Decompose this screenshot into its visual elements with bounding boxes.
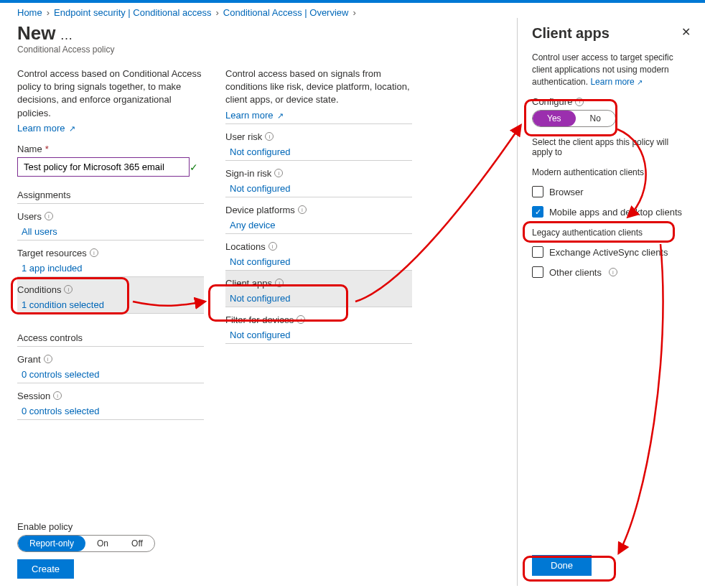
external-link-icon: ↗ [637,78,643,86]
page-title: New [17,22,55,45]
breadcrumb: Home› Endpoint security | Conditional ac… [0,3,705,18]
client-apps-row[interactable]: Client apps i Not configured [225,271,412,307]
breadcrumb-overview[interactable]: Conditional Access | Overview [223,7,349,18]
other-clients-checkbox-row[interactable]: Other clients i [532,266,691,278]
checkbox-icon[interactable] [532,246,543,258]
select-apps-text: Select the client apps this policy will … [532,137,691,157]
more-menu-icon[interactable]: … [55,28,73,43]
info-icon: i [274,169,283,177]
device-platforms-row[interactable]: Device platforms i Any device [225,197,412,234]
intro-text: Control access based on Conditional Acce… [17,67,204,120]
close-icon[interactable]: ✕ [681,25,691,39]
locations-row[interactable]: Locations i Not configured [225,234,412,271]
enable-policy-label: Enable policy [17,521,517,532]
configure-no[interactable]: No [576,111,615,126]
info-icon: i [44,355,52,363]
info-icon: i [53,391,62,400]
legacy-auth-label: Legacy authentication clients [532,228,691,238]
info-icon: i [90,248,98,257]
filter-devices-row[interactable]: Filter for devices i Not configured [225,307,412,344]
mobile-apps-checkbox-row[interactable]: Mobile apps and desktop clients [532,206,691,218]
modern-auth-label: Modern authentication clients [532,167,691,177]
session-row[interactable]: Session i 0 controls selected [17,383,204,420]
breadcrumb-endpoint[interactable]: Endpoint security | Conditional access [54,7,211,18]
report-only-option[interactable]: Report-only [18,536,85,551]
done-button[interactable]: Done [532,555,592,576]
info-icon: i [298,205,307,214]
learn-more-link-conditions[interactable]: Learn more ↗ [225,110,284,121]
browser-checkbox-row[interactable]: Browser [532,186,691,197]
page-subtitle: Conditional Access policy [17,45,503,55]
checkbox-icon[interactable] [532,266,543,278]
panel-learn-more[interactable]: Learn more ↗ [590,77,643,87]
enable-policy-toggle[interactable]: Report-only On Off [17,535,155,552]
assignments-header: Assignments [17,190,204,204]
conditions-row[interactable]: Conditions i 1 condition selected [17,277,204,314]
checkbox-icon[interactable] [532,186,543,197]
info-icon: i [45,212,53,220]
configure-toggle[interactable]: Yes No [532,110,616,127]
info-icon: i [275,279,284,287]
name-label: Name [17,144,42,154]
user-risk-row[interactable]: User risk i Not configured [225,124,412,161]
name-input[interactable] [17,157,190,177]
users-row[interactable]: Users i All users [17,204,204,241]
on-option[interactable]: On [85,536,120,551]
checkmark-icon: ✓ [190,162,198,173]
checkbox-icon[interactable] [532,206,543,218]
breadcrumb-home[interactable]: Home [17,7,42,18]
info-icon: i [64,285,73,294]
info-icon: i [575,98,584,106]
create-button[interactable]: Create [17,559,74,579]
signin-risk-row[interactable]: Sign-in risk i Not configured [225,161,412,197]
target-resources-row[interactable]: Target resources i 1 app included [17,241,204,277]
conditions-intro: Control access based on signals from con… [225,67,412,107]
info-icon: i [269,242,277,251]
info-icon: i [297,315,305,324]
panel-title: Client apps [532,25,610,42]
external-link-icon: ↗ [277,111,284,120]
info-icon: i [265,132,274,141]
info-icon: i [609,268,617,276]
configure-label: Configure [532,96,572,107]
configure-yes[interactable]: Yes [533,111,576,126]
external-link-icon: ↗ [69,124,75,133]
learn-more-link[interactable]: Learn more ↗ [17,123,75,134]
access-controls-header: Access controls [17,332,204,347]
eas-checkbox-row[interactable]: Exchange ActiveSync clients [532,246,691,258]
off-option[interactable]: Off [120,536,154,551]
grant-row[interactable]: Grant i 0 controls selected [17,347,204,383]
